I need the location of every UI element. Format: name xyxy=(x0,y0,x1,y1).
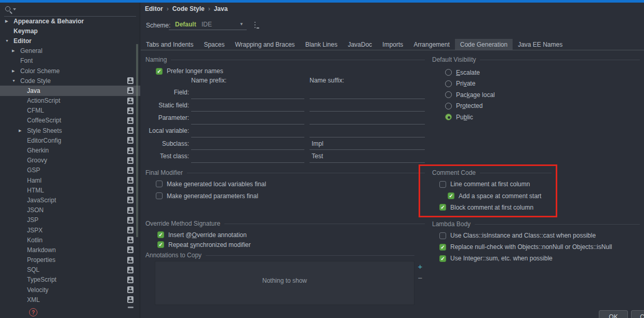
tab-wrapping-and-braces[interactable]: Wrapping and Braces xyxy=(230,39,300,50)
name-prefix-input[interactable] xyxy=(191,137,304,150)
sidebar-item-typescript[interactable]: TypeScript xyxy=(0,275,140,285)
sidebar-item-appearance-behavior[interactable]: ▶Appearance & Behavior xyxy=(0,16,140,26)
sidebar-item-editorconfig[interactable]: EditorConfig xyxy=(0,135,140,145)
per-project-settings-icon xyxy=(127,227,133,233)
chevron-right-icon[interactable]: ▶ xyxy=(12,69,20,73)
sidebar-item-keymap[interactable]: Keymap xyxy=(0,26,140,36)
breadcrumb-code-style[interactable]: Code Style xyxy=(172,5,205,12)
sidebar-item-coffeescript[interactable]: CoffeeScript xyxy=(0,116,140,126)
chevron-right-icon[interactable]: ▶ xyxy=(12,49,20,53)
sidebar-item-actionscript[interactable]: ActionScript xyxy=(0,96,140,106)
ok-button[interactable]: OK xyxy=(599,310,628,318)
name-prefix-input[interactable] xyxy=(191,112,304,125)
sidebar-item-properties[interactable]: Properties xyxy=(0,255,140,265)
scheme-select[interactable]: Default IDE ▼ xyxy=(169,19,247,30)
per-project-settings-icon xyxy=(127,187,133,193)
radio-public[interactable] xyxy=(445,114,452,120)
sidebar-item-html[interactable]: HTML xyxy=(0,185,140,195)
chevron-down-icon[interactable]: ▼ xyxy=(239,22,244,26)
sidebar-item-javascript[interactable]: JavaScript xyxy=(0,195,140,205)
option-label: Use Class::isInstance and Class::cast wh… xyxy=(450,232,596,239)
checkbox-insert-override-annotation[interactable]: ✓ xyxy=(157,231,164,238)
chevron-right-icon[interactable]: ▶ xyxy=(5,19,14,23)
search-history-caret-icon[interactable] xyxy=(13,8,16,10)
checkbox-make-generated-local-variables-final[interactable] xyxy=(156,181,163,187)
name-suffix-input[interactable] xyxy=(310,112,425,125)
chevron-down-icon[interactable]: ▼ xyxy=(5,39,14,43)
settings-tree: ▶Appearance & BehaviorKeymap▼Editor▶Gene… xyxy=(0,16,140,305)
radio-package-local[interactable] xyxy=(445,91,452,98)
sidebar-item-xml[interactable]: XML xyxy=(0,295,140,305)
sidebar-scrollbar[interactable] xyxy=(136,44,138,237)
name-prefix-input[interactable] xyxy=(191,150,304,163)
search-icon[interactable] xyxy=(5,6,16,14)
breadcrumb-editor[interactable]: Editor xyxy=(145,5,163,12)
tab-blank-lines[interactable]: Blank Lines xyxy=(300,39,343,50)
breadcrumb: Editor › Code Style › Java xyxy=(145,5,227,13)
tab-arrangement[interactable]: Arrangement xyxy=(408,39,454,50)
section-title: Comment Code xyxy=(432,169,476,176)
remove-annotation-button[interactable]: − xyxy=(416,274,424,282)
sidebar-item-jspx[interactable]: JSPX xyxy=(0,225,140,235)
sidebar-item-velocity[interactable]: Velocity xyxy=(0,285,140,295)
sidebar-item-haml[interactable]: Haml xyxy=(0,175,140,185)
sidebar-item-sql[interactable]: SQL xyxy=(0,265,140,275)
name-suffix-input[interactable] xyxy=(310,125,425,137)
section-title: Override Method Signature xyxy=(145,220,220,227)
radio-protected[interactable] xyxy=(445,103,452,109)
tab-spaces[interactable]: Spaces xyxy=(198,39,230,50)
tab-tabs-and-indents[interactable]: Tabs and Indents xyxy=(141,39,198,50)
per-project-settings-icon xyxy=(127,157,133,164)
sidebar-item-general[interactable]: ▶General xyxy=(0,46,140,56)
radio-row: Package local xyxy=(445,89,495,101)
annotations-list[interactable]: Nothing to show xyxy=(155,261,414,305)
sidebar-item-kotlin[interactable]: Kotlin xyxy=(0,235,140,245)
name-suffix-input[interactable]: Test xyxy=(310,150,425,163)
radio-escalate[interactable] xyxy=(445,69,452,76)
checkbox-use-integer-sum-etc-when-possible[interactable]: ✓ xyxy=(439,255,446,262)
checkbox-make-generated-parameters-final[interactable] xyxy=(156,192,163,199)
sidebar-item-font[interactable]: Font xyxy=(0,56,140,66)
sidebar-item-code-style[interactable]: ▼Code Style xyxy=(0,76,140,86)
settings-search[interactable] xyxy=(0,3,140,17)
sidebar-item-gherkin[interactable]: Gherkin xyxy=(0,145,140,155)
sidebar-item-label: Color Scheme xyxy=(20,67,60,75)
option-label: Public xyxy=(456,114,473,121)
sidebar-item-groovy[interactable]: Groovy xyxy=(0,156,140,165)
checkbox-block-comment-at-first-column[interactable]: ✓ xyxy=(439,204,446,211)
name-prefix-input[interactable] xyxy=(191,125,304,137)
help-button[interactable]: ? xyxy=(29,308,37,316)
name-prefix-input[interactable] xyxy=(191,86,304,99)
name-suffix-input[interactable]: Impl xyxy=(310,137,425,150)
tab-imports[interactable]: Imports xyxy=(377,39,408,50)
checkbox-repeat-synchronized-modifier[interactable]: ✓ xyxy=(157,241,164,248)
radio-private[interactable] xyxy=(445,80,452,87)
sidebar-item-style-sheets[interactable]: ▶Style Sheets xyxy=(0,126,140,135)
sidebar-item-java[interactable]: Java xyxy=(0,86,140,95)
checkbox-add-a-space-at-comment-start[interactable]: ✓ xyxy=(448,192,454,199)
tab-code-generation[interactable]: Code Generation xyxy=(455,39,513,50)
sidebar-item-gsp[interactable]: GSP xyxy=(0,165,140,175)
sidebar-item-markdown[interactable]: Markdown xyxy=(0,245,140,255)
add-annotation-button[interactable]: + xyxy=(416,262,424,271)
sidebar-item-jsp[interactable]: JSP xyxy=(0,215,140,225)
sidebar-item-color-scheme[interactable]: ▶Color Scheme xyxy=(0,66,140,76)
name-suffix-input[interactable] xyxy=(310,86,425,99)
sidebar-item-json[interactable]: JSON xyxy=(0,205,140,215)
sidebar-item-cfml[interactable]: CFML xyxy=(0,106,140,116)
chevron-right-icon[interactable]: ▶ xyxy=(19,129,27,133)
checkbox-prefer-longer-names[interactable]: ✓ xyxy=(156,68,163,75)
checkbox-replace-null-check-with-objects-nonnull-or-objects-isnull[interactable]: ✓ xyxy=(439,244,446,251)
name-prefix-header: Name prefix: xyxy=(191,77,226,84)
tab-java-ee-names[interactable]: Java EE Names xyxy=(513,39,568,50)
checkbox-line-comment-at-first-column[interactable] xyxy=(439,181,446,188)
name-prefix-input[interactable] xyxy=(191,99,304,112)
tab-javadoc[interactable]: JavaDoc xyxy=(343,39,378,50)
name-suffix-input[interactable] xyxy=(310,99,425,112)
per-project-settings-icon xyxy=(127,147,133,154)
chevron-down-icon[interactable]: ▼ xyxy=(12,79,20,82)
scheme-actions-icon[interactable] xyxy=(253,21,260,30)
cancel-button[interactable]: Cancel xyxy=(631,310,644,318)
sidebar-item-editor[interactable]: ▼Editor xyxy=(0,36,140,46)
checkbox-use-class-isinstance-and-class-cast-when-possible[interactable] xyxy=(439,232,446,239)
